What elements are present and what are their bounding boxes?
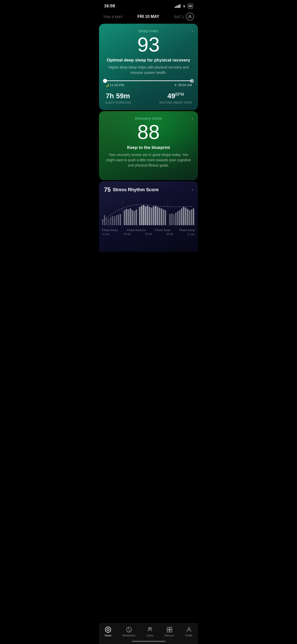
phase-delay-2: Phase Delay	[179, 229, 195, 232]
avatar[interactable]	[186, 13, 194, 21]
svg-point-0	[184, 7, 184, 8]
sleep-end-dot	[190, 79, 194, 83]
svg-rect-31	[163, 209, 164, 225]
signal-icon	[175, 4, 180, 8]
svg-rect-29	[159, 208, 160, 225]
svg-rect-43	[189, 210, 190, 225]
svg-rect-20	[141, 206, 143, 225]
svg-rect-39	[181, 208, 182, 225]
heart-rate-value: 49BPM	[159, 92, 192, 100]
stress-score: 75	[104, 186, 111, 193]
recovery-card[interactable]: › Recovery Score 88 Keep to the blueprin…	[99, 111, 198, 180]
svg-rect-17	[134, 211, 135, 225]
svg-rect-22	[145, 206, 146, 225]
stress-rhythm-card[interactable]: 75 Stress Rhythm Score ›	[99, 181, 198, 252]
phase-dead: Phase Dead	[155, 229, 170, 232]
svg-rect-37	[177, 211, 179, 225]
time-04: 04:00	[124, 233, 131, 236]
svg-rect-10	[118, 214, 119, 225]
stress-title-row: 75 Stress Rhythm Score	[104, 186, 159, 193]
svg-rect-28	[157, 207, 158, 225]
svg-rect-40	[183, 207, 184, 225]
recovery-label: Recovery Score	[105, 116, 192, 120]
svg-rect-15	[130, 208, 131, 225]
svg-rect-44	[191, 209, 192, 225]
svg-rect-13	[126, 209, 127, 225]
recovery-headline: Keep to the blueprint	[105, 145, 192, 150]
sleep-index-label: Sleep Index	[105, 29, 192, 33]
svg-rect-45	[193, 208, 194, 225]
stress-chart-svg	[100, 196, 197, 227]
wake-time-label: ☀ 08:04 AM	[174, 83, 192, 87]
time-12: 12:00	[145, 233, 152, 236]
svg-rect-8	[114, 216, 115, 225]
svg-rect-34	[171, 213, 173, 225]
heart-rate-label: RESTING HEART RATE	[159, 101, 192, 104]
svg-rect-14	[128, 209, 129, 225]
recovery-score: 88	[105, 122, 192, 142]
prev-date[interactable]: THU 9 MAY	[103, 15, 123, 19]
sleep-time-label: 🌙 11:54 PM	[105, 83, 124, 87]
svg-rect-5	[108, 218, 109, 225]
svg-rect-16	[131, 210, 133, 225]
status-time: 16:59	[104, 4, 115, 9]
svg-rect-18	[136, 209, 137, 225]
battery-indicator: 60	[188, 4, 193, 8]
stress-chart	[99, 196, 198, 227]
phase-labels: Phase Delay Phase Advance Phase Dead Pha…	[99, 227, 198, 233]
sleep-index-description: Higher deep sleep helps with physical re…	[105, 65, 192, 75]
svg-rect-6	[110, 217, 111, 225]
timeline-labels: 🌙 11:54 PM ☀ 08:04 AM	[105, 83, 192, 87]
date-nav[interactable]: THU 9 MAY FRI 10 MAY SAT 1	[99, 11, 198, 24]
main-content: › Sleep Index 93 Optimal deep sleep for …	[99, 24, 198, 272]
next-date[interactable]: SAT 1	[174, 15, 184, 19]
status-bar: 16:59 60	[99, 0, 198, 11]
sleep-index-headline: Optimal deep sleep for physical recovery	[105, 58, 192, 63]
current-date[interactable]: FRI 10 MAY	[138, 14, 159, 19]
stress-card-header: 75 Stress Rhythm Score ›	[99, 186, 198, 196]
svg-rect-30	[161, 208, 162, 225]
wifi-icon	[182, 4, 186, 8]
time-11pm: 11 pm	[187, 233, 195, 236]
sleep-start-dot	[103, 79, 107, 83]
svg-rect-24	[149, 207, 150, 225]
svg-rect-21	[143, 205, 144, 225]
heart-rate-stat: 49BPM RESTING HEART RATE	[159, 92, 192, 104]
svg-rect-3	[104, 215, 105, 225]
status-icons: 60	[175, 4, 193, 8]
svg-rect-9	[116, 215, 117, 225]
svg-rect-33	[169, 214, 171, 225]
sleep-index-score: 93	[105, 35, 192, 55]
time-labels: 12 am 04:00 12:00 20:00 11 pm	[99, 233, 198, 239]
svg-rect-41	[185, 208, 186, 225]
svg-rect-32	[165, 210, 166, 225]
svg-rect-23	[147, 206, 148, 225]
sleep-timeline: 🌙 11:54 PM ☀ 08:04 AM	[105, 80, 192, 87]
svg-rect-27	[155, 206, 156, 225]
phase-advance: Phase Advance	[127, 229, 146, 232]
stress-card-chevron-icon: ›	[192, 187, 193, 192]
timeline-line	[105, 80, 192, 81]
svg-rect-2	[102, 219, 103, 225]
stress-title: Stress Rhythm Score	[113, 187, 159, 192]
svg-rect-42	[187, 209, 188, 225]
time-12am: 12 am	[102, 233, 110, 236]
svg-rect-11	[120, 214, 121, 225]
svg-rect-26	[153, 206, 154, 225]
sleep-duration-value: 7h 59m	[105, 92, 131, 100]
svg-rect-19	[139, 207, 141, 225]
svg-point-1	[189, 15, 191, 17]
svg-rect-7	[112, 216, 113, 225]
svg-rect-35	[173, 214, 175, 225]
recovery-description: Your recovery scores are in great shape …	[105, 152, 192, 168]
svg-rect-38	[179, 210, 180, 225]
svg-rect-25	[151, 208, 152, 225]
svg-rect-36	[175, 213, 177, 225]
phase-delay-1: Phase Delay	[102, 229, 118, 232]
sleep-duration-label: SLEEP DURATION	[105, 101, 131, 104]
sleep-stats: 7h 59m SLEEP DURATION 49BPM RESTING HEAR…	[105, 92, 192, 104]
svg-rect-4	[106, 218, 107, 225]
sleep-index-card[interactable]: › Sleep Index 93 Optimal deep sleep for …	[99, 24, 198, 110]
sleep-duration-stat: 7h 59m SLEEP DURATION	[105, 92, 131, 104]
svg-rect-12	[124, 210, 125, 225]
